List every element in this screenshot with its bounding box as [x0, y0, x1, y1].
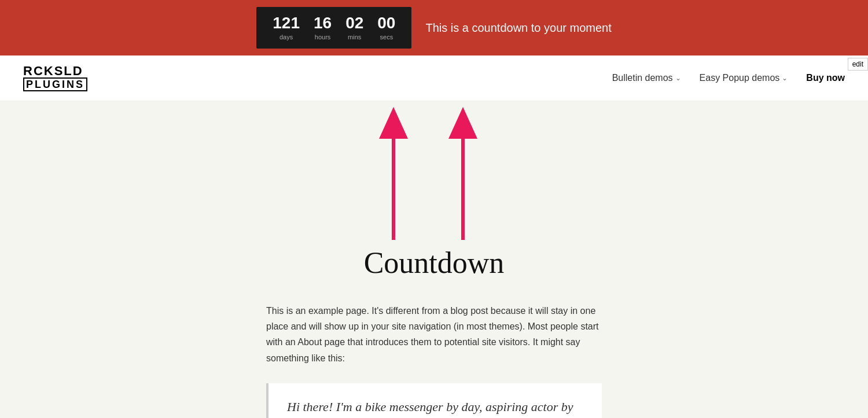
- nav-easy-popup-demos[interactable]: Easy Popup demos ⌄: [700, 73, 788, 83]
- logo-bottom: PLUGINS: [23, 77, 87, 91]
- days-label: days: [279, 34, 293, 40]
- countdown-banner: 121 days 16 hours 02 mins 00 secs This i…: [0, 0, 868, 56]
- page-body-text: This is an example page. It's different …: [266, 303, 602, 366]
- countdown-message: This is a countdown to your moment: [425, 21, 611, 35]
- mins-unit: 02 mins: [339, 12, 370, 44]
- mins-value: 02: [345, 15, 363, 31]
- mins-label: mins: [348, 34, 361, 40]
- chevron-down-icon-2: ⌄: [782, 74, 788, 82]
- nav-bulletin-demos[interactable]: Bulletin demos ⌄: [612, 73, 681, 83]
- nav-bulletin-demos-label: Bulletin demos: [612, 73, 673, 83]
- chevron-down-icon: ⌄: [675, 74, 681, 82]
- days-unit: 121 days: [266, 12, 307, 44]
- secs-unit: 00 secs: [370, 12, 402, 44]
- secs-label: secs: [380, 34, 393, 40]
- right-arrow-icon: [448, 107, 477, 240]
- site-logo: RCKSLD PLUGINS: [23, 65, 87, 91]
- site-header: RCKSLD PLUGINS Bulletin demos ⌄ Easy Pop…: [0, 56, 868, 101]
- hours-label: hours: [315, 34, 331, 40]
- nav-buy-now[interactable]: Buy now: [806, 73, 845, 83]
- svg-marker-3: [448, 107, 477, 139]
- main-content: Countdown This is an example page. It's …: [0, 101, 868, 418]
- secs-value: 00: [377, 15, 395, 31]
- hours-unit: 16 hours: [307, 12, 339, 44]
- days-value: 121: [273, 15, 300, 31]
- edit-button[interactable]: edit: [848, 58, 868, 71]
- site-nav: Bulletin demos ⌄ Easy Popup demos ⌄ Buy …: [612, 73, 845, 83]
- left-arrow-icon: [379, 107, 408, 240]
- svg-marker-1: [379, 107, 408, 139]
- quote-text: Hi there! I'm a bike messenger by day, a…: [287, 397, 583, 418]
- arrows-svg: [341, 101, 527, 251]
- arrows-area: [0, 101, 868, 251]
- content-area: This is an example page. It's different …: [255, 303, 613, 418]
- countdown-timer: 121 days 16 hours 02 mins 00 secs: [256, 7, 411, 49]
- hours-value: 16: [314, 15, 332, 31]
- logo-top: RCKSLD: [23, 65, 87, 77]
- nav-easy-popup-label: Easy Popup demos: [700, 73, 780, 83]
- quote-block: Hi there! I'm a bike messenger by day, a…: [266, 383, 602, 418]
- nav-buy-now-label: Buy now: [806, 73, 845, 83]
